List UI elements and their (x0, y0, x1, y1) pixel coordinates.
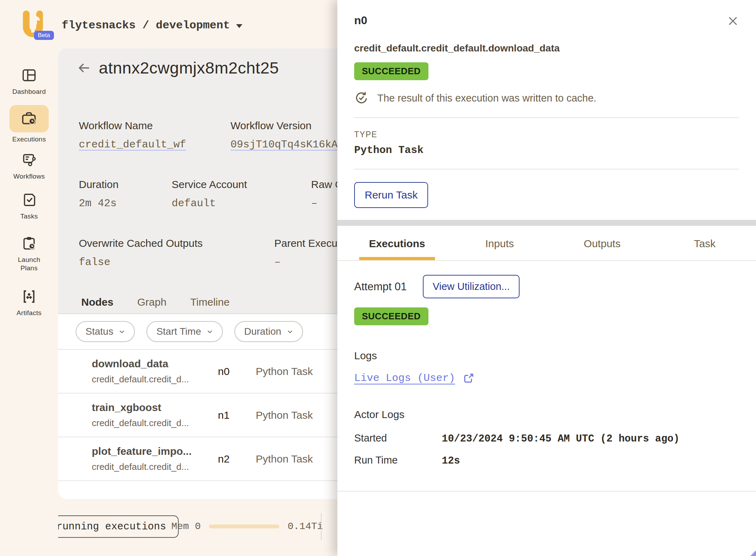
overwrite-cached-value: false (79, 256, 274, 268)
close-icon[interactable] (727, 15, 739, 27)
tasks-icon (21, 192, 37, 208)
node-name: plot_feature_impo... (92, 445, 218, 457)
workflow-name-link[interactable]: credit_default_wf (79, 139, 231, 151)
status-filter-label: Status (85, 326, 113, 337)
chevron-down-icon (287, 328, 293, 335)
chevron-down-icon (207, 328, 213, 335)
panel-tabs: Executions Inputs Outputs Task (337, 230, 756, 261)
started-value: 10/23/2024 9:50:45 AM UTC (2 hours ago) (442, 433, 680, 445)
mem-max-label: 0.14Ti (288, 521, 323, 532)
duration-label: Duration (79, 179, 172, 190)
service-account-label: Service Account (172, 179, 311, 190)
sidebar-item-workflows[interactable]: Workflows (0, 152, 58, 181)
actor-logs-heading: Actor Logs (337, 384, 756, 421)
sidebar-item-label: Executions (0, 135, 58, 144)
sidebar-item-label: Launch Plans (12, 256, 46, 272)
mem-progress-bar (209, 524, 279, 528)
node-type: Python Task (256, 453, 313, 465)
node-task-id: credit_default.credit_d... (92, 461, 218, 472)
runtime-label: Run Time (354, 454, 442, 466)
view-utilization-button[interactable]: View Utilization... (423, 275, 520, 298)
node-type: Python Task (256, 409, 313, 421)
chevron-down-icon (236, 24, 242, 28)
sidebar-item-label: Dashboard (0, 88, 58, 96)
sidebar-item-tasks[interactable]: Tasks (0, 192, 58, 221)
node-type: Python Task (256, 366, 313, 377)
duration-value: 2m 42s (79, 197, 172, 209)
sidebar-item-artifacts[interactable]: Artifacts (0, 289, 58, 317)
parent-execution-label: Parent Execu (274, 237, 337, 249)
panel-scroll-divider[interactable] (337, 220, 756, 226)
cache-message: The result of this execution was written… (377, 92, 596, 104)
start-time-filter[interactable]: Start Time (146, 321, 223, 342)
breadcrumb: flytesnacks / development (62, 19, 230, 32)
mem-label: Mem 0 (171, 521, 201, 532)
type-label: TYPE (354, 130, 739, 139)
status-filter[interactable]: Status (76, 321, 135, 342)
node-panel-title: n0 (354, 14, 367, 27)
status-badge: SUCCEEDED (354, 62, 428, 80)
workflow-version-link[interactable]: 09sjT10qTq4sK16kA0 (231, 139, 344, 151)
node-detail-panel: n0 credit_default.credit_default.downloa… (337, 0, 756, 556)
node-task-id: credit_default.credit_d... (92, 374, 218, 385)
sidebar-item-label: Artifacts (0, 309, 58, 317)
service-account-value: default (172, 197, 311, 209)
runtime-value: 12s (442, 455, 460, 467)
node-name: download_data (92, 358, 218, 370)
sidebar-item-dashboard[interactable]: Dashboard (0, 67, 58, 96)
executions-active-highlight (9, 105, 49, 132)
back-arrow-icon[interactable] (76, 61, 91, 75)
external-link-icon[interactable] (463, 372, 475, 384)
workflow-name-label: Workflow Name (79, 120, 231, 132)
live-logs-link[interactable]: Live Logs (User) (354, 372, 455, 384)
sidebar-item-label: Tasks (0, 212, 58, 221)
workflow-version-label: Workflow Version (231, 120, 344, 132)
attempt-label: Attempt 01 (354, 280, 407, 293)
project-domain-selector[interactable]: flytesnacks / development (62, 19, 242, 32)
beta-badge: Beta (34, 31, 54, 40)
node-id: n1 (218, 409, 256, 421)
executions-icon (21, 110, 37, 127)
union-logo[interactable]: Beta (18, 10, 48, 41)
execution-id-title: atnnx2cwgmjx8m2cht25 (99, 58, 279, 77)
tab-outputs[interactable]: Outputs (551, 230, 654, 260)
sidebar-item-executions[interactable]: Executions (0, 105, 58, 144)
node-name: train_xgboost (92, 402, 218, 413)
divider (354, 169, 739, 169)
tab-executions[interactable]: Executions (346, 230, 448, 260)
node-id: n0 (218, 366, 256, 377)
parent-execution-value: – (274, 256, 337, 268)
cache-icon (354, 91, 369, 105)
logs-heading: Logs (337, 325, 756, 362)
sidebar: Beta Dashboard Executions (0, 0, 58, 556)
tab-task[interactable]: Task (653, 230, 756, 260)
launch-plans-icon (21, 235, 37, 251)
sidebar-item-launch-plans[interactable]: Launch Plans (0, 235, 58, 272)
artifacts-icon (21, 289, 37, 305)
dashboard-icon (21, 67, 37, 83)
started-label: Started (354, 432, 442, 444)
divider (337, 491, 756, 492)
memory-usage-meter: Mem 0 0.14Ti (171, 521, 323, 532)
resize-corner[interactable] (750, 550, 756, 556)
rerun-task-button[interactable]: Rerun Task (354, 182, 428, 208)
tab-inputs[interactable]: Inputs (448, 230, 551, 260)
start-time-filter-label: Start Time (156, 326, 201, 337)
node-id: n2 (218, 453, 256, 465)
node-task-id: credit_default.credit_d... (92, 418, 218, 429)
overwrite-cached-label: Overwrite Cached Outputs (79, 237, 274, 249)
sidebar-item-label: Workflows (0, 172, 58, 181)
task-full-name: credit_default.credit_default.download_d… (337, 27, 756, 54)
duration-filter-label: Duration (244, 326, 281, 337)
chevron-down-icon (119, 328, 125, 335)
type-value: Python Task (354, 144, 739, 156)
statusbar-divider (321, 513, 322, 540)
attempt-status-badge: SUCCEEDED (354, 307, 428, 325)
running-executions-label: 0 running executions (44, 521, 166, 533)
workflows-icon (21, 152, 37, 168)
duration-filter[interactable]: Duration (234, 321, 303, 342)
app-root: Beta Dashboard Executions (0, 0, 756, 556)
